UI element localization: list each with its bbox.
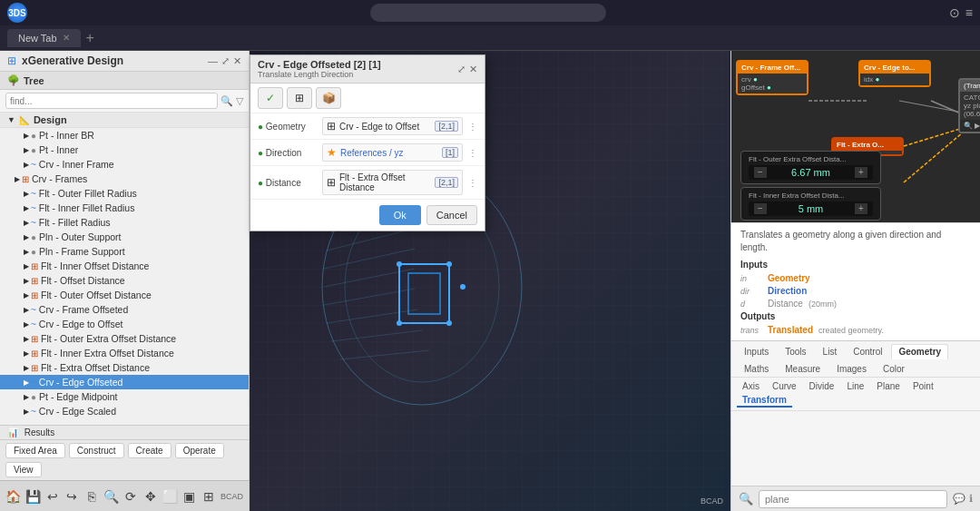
- bottom-subtab-transform[interactable]: Transform: [737, 394, 792, 408]
- toolbar-tab-view[interactable]: View: [5, 462, 42, 477]
- slider-outer-plus[interactable]: +: [855, 167, 867, 178]
- bottom-tab-images[interactable]: Images: [829, 361, 874, 377]
- tree-item[interactable]: ▶~Crv - Inner Frame: [0, 157, 249, 172]
- top-search-input[interactable]: [370, 4, 606, 22]
- new-tab-button[interactable]: +: [86, 31, 94, 45]
- home-icon[interactable]: 🏠: [5, 485, 22, 508]
- undo-icon[interactable]: ↩: [44, 485, 61, 508]
- dialog-ok-button[interactable]: Ok: [379, 205, 421, 225]
- bottom-search-input[interactable]: [759, 490, 947, 508]
- tree-item[interactable]: ▶⊞Flt - Offset Distance: [0, 273, 249, 288]
- toolbar-tab-construct[interactable]: Construct: [69, 443, 124, 458]
- item-type-icon: ⊞: [31, 276, 38, 286]
- node-graph[interactable]: Crv - Frame Off... crv ● gOffset ● Crv -…: [731, 51, 980, 222]
- tab-new[interactable]: New Tab ✕: [7, 29, 81, 47]
- results-section[interactable]: 📊 Results: [0, 425, 249, 439]
- dialog-toolbar-btn-2[interactable]: ⊞: [287, 87, 312, 109]
- toolbar-tab-operate[interactable]: Operate: [175, 443, 224, 458]
- move-icon[interactable]: ✥: [142, 485, 159, 508]
- tree-item[interactable]: ▶⊞Flt - Inner Extra Offset Distance: [0, 346, 249, 360]
- geometry-expand-icon[interactable]: ⋮: [468, 122, 477, 132]
- design-section-header[interactable]: ▼ 📐 Design: [0, 113, 249, 128]
- find-input[interactable]: [5, 93, 218, 109]
- tree-item[interactable]: ▶~Crv - Edge Scaled: [0, 404, 249, 418]
- dialog-resize-icon[interactable]: ⤢: [457, 64, 466, 75]
- dialog-label-distance: ● Distance: [258, 178, 317, 188]
- menu-icon[interactable]: ≡: [965, 5, 973, 20]
- node-crv-frame[interactable]: Crv - Frame Off... crv ● gOffset ●: [736, 60, 808, 95]
- slider-outer[interactable]: Flt - Outer Extra Offset Dista... − 6.67…: [740, 151, 881, 184]
- tree-item[interactable]: ▶~Crv - Edge to Offset: [0, 317, 249, 331]
- bottom-tab-list[interactable]: List: [816, 344, 845, 359]
- bottom-subtab-plane[interactable]: Plane: [871, 380, 906, 392]
- tree-item[interactable]: ▶●Pt - Inner BR: [0, 128, 249, 142]
- copy-icon[interactable]: ⎘: [83, 485, 100, 508]
- bottom-tab-measure[interactable]: Measure: [778, 361, 828, 377]
- bottom-tab-color[interactable]: Color: [876, 361, 912, 377]
- tree-item[interactable]: ▶●Pln - Outer Support: [0, 230, 249, 244]
- bottom-tabs: InputsToolsListControlGeometryMathsMeasu…: [731, 341, 980, 378]
- slider-inner[interactable]: Flt - Inner Extra Offset Dista... − 5 mm…: [740, 187, 881, 221]
- bottom-subtab-curve[interactable]: Curve: [767, 380, 802, 392]
- bottom-subtab-axis[interactable]: Axis: [737, 380, 765, 392]
- tree-item[interactable]: ▶⊞Flt - Extra Offset Distance: [0, 360, 249, 375]
- tab-close-icon[interactable]: ✕: [63, 33, 70, 43]
- tree-item[interactable]: ▶●Pt - Edge Midpoint: [0, 389, 249, 404]
- props-panel: Translates a geometry along a given dire…: [731, 222, 980, 340]
- slider-inner-minus[interactable]: −: [754, 203, 767, 214]
- dialog-geometry-content[interactable]: ⊞ Crv - Edge to Offset [2,1]: [322, 117, 463, 135]
- toolbar-tab-create[interactable]: Create: [128, 443, 172, 458]
- tree-item[interactable]: ▶⊞Flt - Outer Offset Distance: [0, 288, 249, 302]
- bottom-tab-geometry[interactable]: Geometry: [891, 344, 948, 359]
- redo-icon[interactable]: ↪: [64, 485, 81, 508]
- bottom-tab-inputs[interactable]: Inputs: [737, 344, 776, 359]
- direction-expand-icon[interactable]: ⋮: [468, 148, 477, 158]
- tree-item[interactable]: ▶⊞Flt - Inner Offset Distance: [0, 259, 249, 273]
- info-icon[interactable]: ℹ: [969, 493, 973, 505]
- find-icon[interactable]: 🔍: [220, 95, 233, 107]
- svg-point-15: [446, 261, 452, 267]
- search-icon[interactable]: 🔍: [103, 485, 120, 508]
- tree-item[interactable]: ▶~Flt - Fillet Radius: [0, 215, 249, 230]
- distance-expand-icon[interactable]: ⋮: [468, 178, 477, 188]
- search-bar[interactable]: [370, 4, 606, 22]
- rotate-icon[interactable]: ⟳: [122, 485, 139, 508]
- node-translate[interactable]: (Translate) CATC... in yz pla... (06.67m…: [958, 78, 980, 133]
- slider-outer-minus[interactable]: −: [754, 167, 767, 178]
- save-icon[interactable]: 💾: [25, 485, 42, 508]
- expand-icon: ▶: [24, 335, 29, 343]
- filter-icon[interactable]: ▽: [236, 95, 243, 107]
- tree-item[interactable]: ▶●Pln - Frame Support: [0, 244, 249, 259]
- bookmark-icon[interactable]: ⊙: [949, 5, 960, 20]
- bottom-subtab-point[interactable]: Point: [907, 380, 939, 392]
- tree-item[interactable]: ▶~Crv - Frame Offseted: [0, 302, 249, 317]
- tree-item[interactable]: ▶~Flt - Inner Fillet Radius: [0, 201, 249, 215]
- dialog-distance-content[interactable]: ⊞ Flt - Extra Offset Distance [2,1]: [322, 170, 463, 195]
- dialog-close-icon[interactable]: ✕: [469, 64, 477, 75]
- expand-icon: ▶: [15, 175, 20, 183]
- minimize-icon[interactable]: —: [208, 55, 218, 67]
- render-icon[interactable]: ▣: [181, 485, 198, 508]
- toolbar-tab-fixed-area[interactable]: Fixed Area: [5, 443, 65, 458]
- chat-icon[interactable]: 💬: [953, 493, 965, 505]
- slider-inner-plus[interactable]: +: [855, 203, 867, 214]
- tree-item[interactable]: ▶~Crv - Edge Offseted: [0, 375, 249, 389]
- tree-item[interactable]: ▶⊞Flt - Outer Extra Offset Distance: [0, 331, 249, 346]
- dialog-direction-content[interactable]: ★ References / yz [1]: [322, 143, 463, 162]
- restore-icon[interactable]: ⤢: [221, 55, 230, 67]
- dialog-toolbar-btn-1[interactable]: ✓: [258, 87, 283, 109]
- node-crv-edge[interactable]: Crv - Edge to... idx ●: [858, 60, 931, 87]
- bottom-tab-maths[interactable]: Maths: [737, 361, 776, 377]
- bottom-subtab-divide[interactable]: Divide: [804, 380, 840, 392]
- bottom-subtab-line[interactable]: Line: [841, 380, 869, 392]
- bottom-tab-control[interactable]: Control: [846, 344, 889, 359]
- tree-item[interactable]: ▶●Pt - Inner: [0, 142, 249, 157]
- tree-item[interactable]: ▶⊞Crv - Frames: [0, 172, 249, 186]
- tree-item[interactable]: ▶~Flt - Outer Fillet Radius: [0, 186, 249, 201]
- grid-icon[interactable]: ⊞: [201, 485, 217, 508]
- close-icon[interactable]: ✕: [233, 55, 241, 67]
- bottom-tab-tools[interactable]: Tools: [778, 344, 813, 359]
- box-icon[interactable]: ⬜: [162, 485, 178, 508]
- dialog-toolbar-btn-3[interactable]: 📦: [316, 87, 341, 109]
- dialog-cancel-button[interactable]: Cancel: [426, 205, 477, 225]
